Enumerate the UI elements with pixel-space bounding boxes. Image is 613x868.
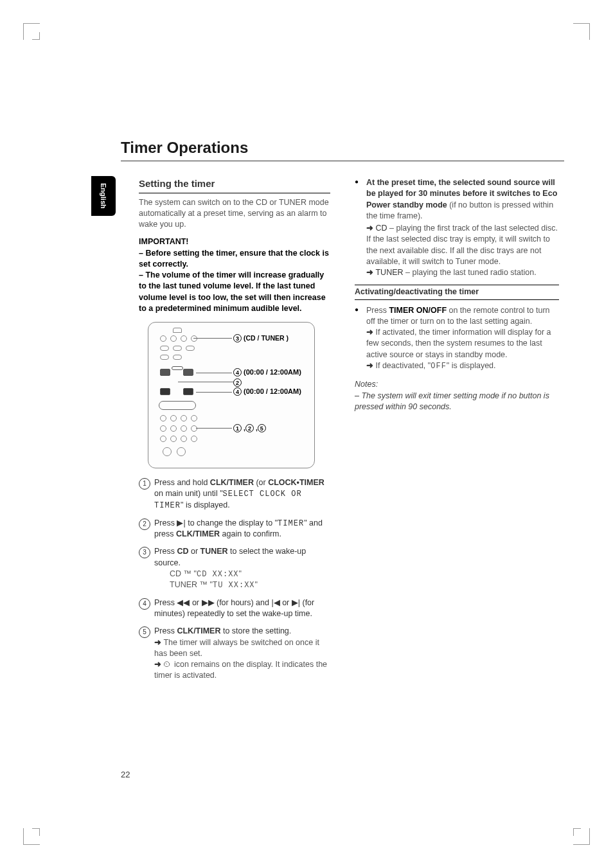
prev-icon: |◀ [271, 598, 280, 608]
t: CLK/TIMER [177, 626, 220, 635]
t: " is displayed. [447, 361, 496, 370]
t: " [255, 580, 258, 589]
t: OFF [431, 362, 447, 371]
important-block: IMPORTANT! – Before setting the timer, e… [139, 236, 330, 314]
t: If deactivated, " [375, 361, 431, 370]
crop-mark [573, 23, 590, 40]
crop-mark [32, 828, 40, 836]
next-icon: ▶| [177, 518, 185, 529]
t: or [189, 547, 200, 556]
step-2: Press ▶| to change the display to "TIMER… [139, 518, 330, 540]
t: Press [154, 547, 177, 556]
timer-icon: ⏲ [163, 659, 172, 670]
t: Press [366, 306, 389, 315]
steps-list: Press and hold CLK/TIMER (or CLOCK•TIMER… [139, 477, 330, 681]
t: (for hours) and [215, 598, 272, 607]
activate-bullet: Press TIMER ON/OFF on the remote control… [355, 305, 559, 372]
t: CD ™ " [170, 569, 197, 578]
t: CD XX:XX [197, 570, 239, 579]
crop-mark [32, 32, 40, 40]
t: " [239, 569, 242, 578]
important-line: – Before setting the timer, ensure that … [139, 248, 330, 270]
language-tab: English [91, 176, 116, 216]
t: TIMER ON/OFF [389, 306, 447, 315]
t: (or [254, 478, 268, 487]
t: CD [177, 547, 188, 556]
preset-bullet: At the preset time, the selected sound s… [355, 177, 559, 278]
rewind-icon: ◀◀ [177, 598, 190, 608]
t: Press and hold [154, 478, 210, 487]
intro-text: The system can switch on to the CD or TU… [139, 197, 330, 231]
next-icon: ▶| [292, 598, 300, 608]
important-label: IMPORTANT! [139, 236, 330, 247]
t: The timer will always be switched on onc… [154, 638, 319, 658]
page-number: 22 [121, 770, 130, 779]
sub-heading: Activating/deactivating the timer [355, 285, 559, 299]
t: If activated, the timer information will… [366, 328, 551, 359]
step-1: Press and hold CLK/TIMER (or CLOCK•TIMER… [139, 477, 330, 511]
left-column: Setting the timer The system can switch … [139, 177, 330, 688]
t: to store the setting. [221, 626, 292, 635]
diagram-label-3: (CD / TUNER ) [244, 334, 289, 342]
step-4: Press ◀◀ or ▶▶ (for hours) and |◀ or ▶| … [139, 598, 330, 620]
right-column: At the preset time, the selected sound s… [355, 177, 559, 412]
important-line: – The volume of the timer will increase … [139, 270, 330, 314]
t: TUNER ™ " [170, 580, 213, 589]
t: TUNER [200, 547, 228, 556]
notes-label: Notes: [355, 380, 378, 389]
t: CLK/TIMER [176, 529, 220, 538]
t: or [190, 598, 201, 607]
diagram-label-4b: (00:00 / 12:00AM) [244, 387, 301, 395]
section-heading: Setting the timer [139, 177, 330, 193]
forward-icon: ▶▶ [202, 598, 215, 608]
t: on main unit) until " [154, 489, 223, 498]
t: or [280, 598, 292, 607]
page-title: Timer Operations [121, 139, 564, 161]
t: TU XX:XX [213, 581, 255, 590]
step-3: Press CD or TUNER to select the wake-up … [139, 546, 330, 591]
t: to change the display to " [186, 518, 278, 527]
t: icon remains on the display. It indicate… [154, 660, 327, 680]
crop-mark [573, 828, 581, 836]
t: again to confirm. [220, 529, 281, 538]
step-5: Press CLK/TIMER to store the setting. Th… [139, 626, 330, 681]
notes-body: – The system will exit timer setting mod… [355, 391, 549, 411]
remote-diagram: 3(CD / TUNER ) 4(00:00 / 12:00AM) 2 4(00… [148, 322, 315, 468]
t: CLK/TIMER [210, 478, 254, 487]
t: " is displayed. [181, 500, 230, 509]
t: CD – CD – playing the first track of the… [375, 224, 396, 233]
t: Press [154, 626, 177, 635]
t: TIMER [278, 519, 304, 528]
t: Press [154, 598, 177, 607]
t: Press [154, 518, 177, 527]
diagram-label-4a: (00:00 / 12:00AM) [244, 368, 301, 376]
t: CLOCK•TIMER [268, 478, 324, 487]
